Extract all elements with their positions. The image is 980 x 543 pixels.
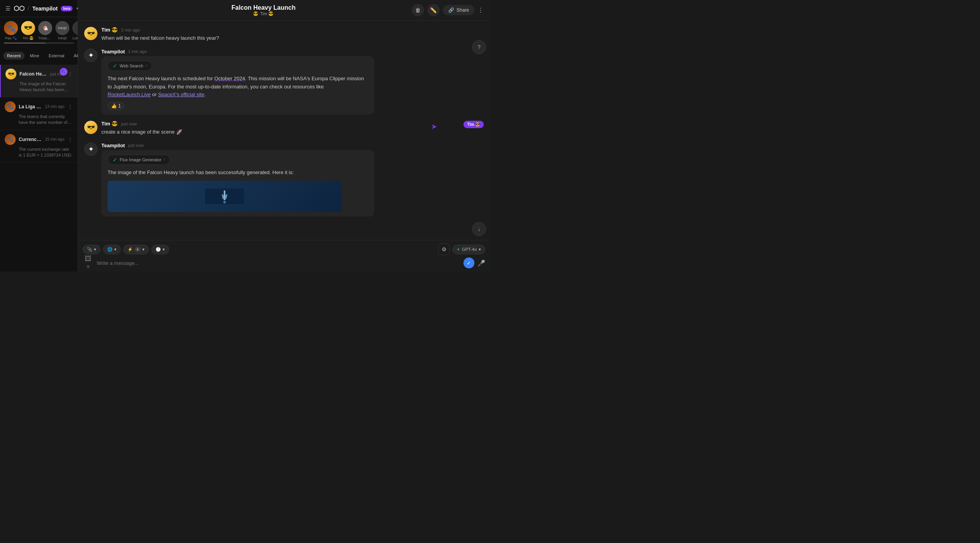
avatar-item-tim[interactable]: 😎 Tim 😎 [21,21,35,40]
avatar-name-lukas: Lukas Mar… [73,36,78,40]
highlighted-date: October 2024 [214,76,245,81]
input-toolbar: 📎 ▾ 🌐 ▾ ⚡ 4 ▾ 🕐 ▾ ⚙ ✦ GPT-4o ▾ [83,243,485,255]
reaction-thumbsup[interactable]: 👍 1 [108,102,124,110]
msg-text-bot1: The next Falcon Heavy launch is schedule… [108,75,368,99]
tool-label-web: Web Search [120,63,143,68]
msg-sender-bot1: Teampilot [101,49,125,55]
avatar-item-pau[interactable]: 🐾 Pau 🐾 [4,21,18,40]
topbar-user-name: Tim 😎 [260,11,274,16]
web-search-badge[interactable]: ✓ Web Search › [108,61,152,71]
conv-title-laliga: La Liga Leaders [19,104,42,109]
avatar-name-tristan: Tristan 🐔 [38,36,52,40]
sidebar: ☰ ⬡⬡ / Teampilot beta ▾ 🔍 🐾 Pau 🐾 😎 Tim … [0,0,78,272]
tool-label-flux: Flux Image Generator [120,157,161,162]
brand-name: Teampilot [32,5,58,12]
conv-header-currency: 🐾 Currency Exchange Rate 15 min ago ⋮ [5,134,73,145]
msg-avatar-teampilot2: ✦ [84,143,97,156]
conversation-item-falcon[interactable]: 😎 Falcon Heavy Launch just now ⋮ 🐾 The i… [0,65,78,97]
menu-icon[interactable]: ☰ [5,5,11,12]
image-add-button[interactable]: 🖼+ [83,257,94,268]
filter-tab-recent[interactable]: Recent [3,52,25,60]
conv-avatar-falcon: 😎 [5,69,16,79]
image-placeholder-svg [205,189,244,204]
attachment-button[interactable]: 📎 ▾ [83,245,101,254]
conversation-item-currency[interactable]: 🐾 Currency Exchange Rate 15 min ago ⋮ Th… [0,130,78,163]
tools-button[interactable]: ⚡ 4 ▾ [123,245,149,254]
arrow-right-icon-2: › [164,157,165,162]
topbar-subtitle: 😎 Tim 😎 [253,11,274,16]
conv-preview-falcon: The image of the Falcon Heavy launch has… [5,81,73,93]
tools-count: 4 [134,247,141,252]
flux-badge[interactable]: ✓ Flux Image Generator › [108,155,170,165]
msg-sender-tim1: Tim 😎 [101,27,118,33]
filter-row: Recent Mine External All + New [0,47,78,65]
avatar-pau: 🐾 [4,21,18,35]
link-spacex[interactable]: SpaceX's official site [158,92,204,97]
settings-button[interactable]: ⚙ [438,243,450,255]
edit-button[interactable]: ✏️ [427,4,440,16]
star-icon-2: ✦ [88,145,94,153]
message-row-bot2: ✦ Teampilot just now ✓ Flux Image Genera… [84,143,484,217]
conv-header-laliga: 🐾 La Liga Leaders 13 min ago ⋮ [5,101,73,112]
model-label: GPT-4o [462,247,477,252]
msg-bubble-bot2: ✓ Flux Image Generator › The image of th… [101,150,374,217]
share-button[interactable]: 🔗 Share [443,5,474,15]
filter-tab-mine[interactable]: Mine [26,52,43,60]
link-icon: 🔗 [448,7,454,13]
send-button[interactable]: ✓ [463,257,474,268]
main-panel: Falcon Heavy Launch 😎 Tim 😎 🗑 ✏️ 🔗 Share… [78,0,490,272]
avatar-tim: 😎 [21,21,35,35]
beta-badge: beta [61,6,73,11]
msg-avatar-tim: 😎 [84,27,97,40]
msg-sender-bot2: Teampilot [101,143,125,148]
topbar-title-section: Falcon Heavy Launch 😎 Tim 😎 [232,4,296,16]
more-options-icon[interactable]: ⋮ [478,7,484,14]
tools-icon: ⚡ [127,247,133,252]
sidebar-header: ☰ ⬡⬡ / Teampilot beta ▾ 🔍 [0,0,78,17]
svg-point-1 [223,201,226,203]
arrow-right-icon: › [145,63,147,68]
conv-menu-icon-falcon[interactable]: ⋮ [67,71,73,77]
globe-chevron: ▾ [114,247,117,252]
conversation-item-laliga[interactable]: 🐾 La Liga Leaders 13 min ago ⋮ The teams… [0,97,78,130]
microphone-button[interactable]: 🎤 [478,259,485,267]
msg-header-bot1: Teampilot 1 min ago [101,49,484,55]
msg-content-tim1: Tim 😎 2 min ago When will be the next fa… [101,27,484,42]
avatar-item-lukas[interactable]: lm Lukas Mar… [73,21,78,40]
conv-menu-icon-currency[interactable]: ⋮ [67,136,73,143]
topbar-avatar-emoji: 😎 [253,11,258,16]
model-selector-button[interactable]: ✦ GPT-4o ▾ [452,245,485,254]
avatar-lukas: lm [73,21,78,35]
msg-text-tim1: When will be the next falcon heavy launc… [101,34,484,42]
scroll-indicator-bar [4,42,46,44]
msg-text-tim2: create a nice image of the scene 🚀 [101,128,484,136]
msg-text-bot2: The image of the Falcon Heavy launch has… [108,169,368,177]
avatar-item-tristan[interactable]: 🐔 Tristan 🐔 [38,21,52,40]
avatar-item-h4nj0[interactable]: h4nj0 h4nj0 [55,21,69,40]
user-badge: Tim 😎 [463,121,484,128]
avatar-h4nj0: h4nj0 [55,21,69,35]
link-rocketlaunch[interactable]: RocketLaunch.Live [108,92,151,97]
msg-bubble-bot1: ✓ Web Search › The next Falcon Heavy lau… [101,56,374,115]
openai-icon: ✦ [456,247,460,252]
check-icon: ✓ [113,63,117,69]
conv-title-falcon: Falcon Heavy Launch [19,71,47,77]
globe-button[interactable]: 🌐 ▾ [103,245,121,254]
conv-menu-icon-laliga[interactable]: ⋮ [67,104,73,110]
share-label: Share [456,7,469,13]
help-button[interactable]: ? [472,40,486,54]
check-icon-2: ✓ [113,157,117,163]
conv-title-currency: Currency Exchange Rate [19,137,42,142]
avatar-name-tim: Tim 😎 [23,36,34,40]
msg-time-bot2: just now [128,143,143,148]
schedule-button[interactable]: 🕐 ▾ [151,245,169,254]
scroll-down-button[interactable]: ↓ [472,222,486,236]
trash-button[interactable]: 🗑 [412,4,424,16]
filter-tab-external[interactable]: External [45,52,68,60]
send-arrow-icon: ➤ [431,122,437,131]
paperclip-icon: 📎 [87,247,92,252]
message-input[interactable] [97,260,460,266]
online-indicator [14,32,18,35]
conv-avatar-currency: 🐾 [5,134,16,145]
conv-preview-laliga: The teams that currently have the same n… [5,114,73,126]
